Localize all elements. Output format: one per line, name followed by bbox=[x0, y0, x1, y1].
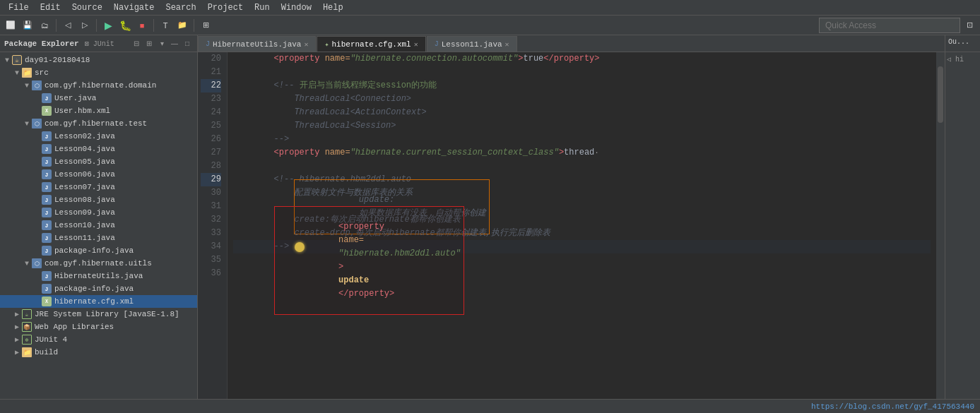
src-expand-icon: ▼ bbox=[13, 68, 21, 77]
lesson05-label: Lesson05.java bbox=[54, 157, 115, 166]
line-num-26: 26 bbox=[201, 133, 221, 146]
tree-lesson07[interactable]: ▶ J Lesson07.java bbox=[0, 181, 197, 193]
tree-hibernate-cfg[interactable]: ▶ X hibernate.cfg.xml bbox=[0, 295, 197, 308]
tab-hibernate-utils[interactable]: J HibernateUtils.java ✕ bbox=[198, 36, 316, 52]
l35-indent bbox=[233, 253, 274, 267]
l22-indent bbox=[233, 79, 274, 92]
tree-lesson10[interactable]: ▶ J Lesson10.java bbox=[0, 219, 197, 232]
tree-hibernate-utils[interactable]: ▶ J HibernateUtils.java bbox=[0, 270, 197, 282]
hibernate-utils-icon: J bbox=[41, 270, 52, 282]
debug-button[interactable]: 🐛 bbox=[117, 18, 133, 33]
code-line-27: <property name= "hibernate.current_sessi… bbox=[233, 146, 931, 160]
tree-user-hbm[interactable]: ▶ X User.hbm.xml bbox=[0, 104, 197, 117]
tree-pkg-domain[interactable]: ▼ ⬡ com.gyf.hibernate.domain bbox=[0, 79, 197, 92]
code-content[interactable]: <property name= "hibernate.connection.au… bbox=[228, 52, 936, 399]
tree-build[interactable]: ▶ 📁 build bbox=[0, 346, 197, 359]
tree-src[interactable]: ▼ 📁 src bbox=[0, 66, 197, 79]
l25-text: ThreadLocal<Session> bbox=[294, 119, 396, 133]
maximize-panel-button[interactable]: □ bbox=[182, 38, 193, 49]
save-button[interactable]: 💾 bbox=[20, 18, 35, 33]
pkg-test-icon: ⬡ bbox=[31, 118, 42, 129]
run-button[interactable]: ▶ bbox=[100, 18, 116, 33]
right-panel-item1[interactable]: ◁ hi bbox=[947, 55, 979, 64]
tree-lesson04[interactable]: ▶ J Lesson04.java bbox=[0, 143, 197, 155]
menu-project[interactable]: Project bbox=[202, 1, 249, 14]
right-panel: Ou... ◁ hi bbox=[945, 35, 980, 399]
pkg-domain-expand: ▼ bbox=[23, 81, 31, 90]
code-line-26: --> bbox=[233, 133, 931, 146]
menu-source[interactable]: Source bbox=[66, 1, 108, 14]
tree-lesson05[interactable]: ▶ J Lesson05.java bbox=[0, 155, 197, 168]
tab-hibernate-cfg[interactable]: ✦ hibernate.cfg.xml ✕ bbox=[317, 36, 425, 52]
tab-close-1[interactable]: ✕ bbox=[304, 40, 308, 49]
minimize-panel-button[interactable]: — bbox=[169, 38, 180, 49]
menu-run[interactable]: Run bbox=[249, 1, 276, 14]
line-num-33: 33 bbox=[201, 227, 221, 240]
perspective-button[interactable]: ⊞ bbox=[198, 18, 213, 33]
tree-webapp[interactable]: ▶ 📦 Web App Libraries bbox=[0, 321, 197, 333]
l24-text: ThreadLocal<ActionContext> bbox=[294, 106, 426, 119]
lesson05-icon: J bbox=[41, 156, 52, 167]
menu-edit[interactable]: Edit bbox=[35, 1, 66, 14]
code-line-20: <property name= "hibernate.connection.au… bbox=[233, 52, 931, 66]
open-type-button[interactable]: T bbox=[158, 18, 173, 33]
tab-close-3[interactable]: ✕ bbox=[505, 40, 509, 49]
tree-lesson11[interactable]: ▶ J Lesson11.java bbox=[0, 232, 197, 244]
tree-pkg-info[interactable]: ▶ J package-info.java bbox=[0, 244, 197, 257]
build-icon: 📁 bbox=[21, 347, 33, 358]
tree-pkg-info2[interactable]: ▶ J package-info.java bbox=[0, 282, 197, 295]
tab-java-icon3: J bbox=[435, 40, 439, 48]
l27-tag-open: <property bbox=[274, 146, 325, 160]
tab-close-2[interactable]: ✕ bbox=[414, 40, 418, 49]
pkg-domain-label: com.gyf.hibernate.domain bbox=[45, 81, 156, 90]
tree-project[interactable]: ▼ ☕ day01-20180418 bbox=[0, 54, 197, 66]
tree-lesson02[interactable]: ▶ J Lesson02.java bbox=[0, 130, 197, 143]
hibernate-cfg-icon: X bbox=[41, 296, 52, 307]
jre-expand: ▶ bbox=[13, 310, 21, 318]
tab-lesson11[interactable]: J Lesson11.java ✕ bbox=[427, 36, 517, 52]
l20-indent bbox=[233, 52, 274, 66]
tree-user-java[interactable]: ▶ J User.java bbox=[0, 92, 197, 104]
tree-pkg-test[interactable]: ▼ ⬡ com.gyf.hibernate.test bbox=[0, 117, 197, 130]
pkg-utils-label: com.gyf.hibernate.uitls bbox=[45, 259, 152, 268]
l26-text: --> bbox=[274, 133, 290, 146]
l20-tag-open: <property bbox=[274, 52, 325, 66]
code-editor[interactable]: 20 21 22 23 24 25 26 27 28 29 30 31 32 3… bbox=[198, 52, 945, 399]
lesson09-icon: J bbox=[41, 207, 52, 218]
link-editor-button[interactable]: ⊞ bbox=[143, 38, 155, 49]
collapse-all-button[interactable]: ⊟ bbox=[131, 38, 142, 49]
panel-menu-button[interactable]: ▾ bbox=[156, 38, 167, 49]
tree-lesson08[interactable]: ▶ J Lesson08.java bbox=[0, 193, 197, 206]
new-button[interactable]: ⬜ bbox=[3, 18, 18, 33]
tree-pkg-utils[interactable]: ▼ ⬡ com.gyf.hibernate.uitls bbox=[0, 257, 197, 270]
tree-junit[interactable]: ▶ ⊕ JUnit 4 bbox=[0, 333, 197, 346]
scrollbar-thumb[interactable] bbox=[938, 66, 943, 123]
menu-search[interactable]: Search bbox=[160, 1, 201, 14]
panel-actions: ⊟ ⊞ ▾ — □ bbox=[131, 38, 193, 49]
line-num-27: 27 bbox=[201, 146, 221, 160]
menu-navigate[interactable]: Navigate bbox=[108, 1, 160, 14]
maximize-button[interactable]: ⊡ bbox=[962, 18, 977, 33]
user-hbm-label: User.hbm.xml bbox=[54, 107, 110, 115]
tree-lesson06[interactable]: ▶ J Lesson06.java bbox=[0, 168, 197, 181]
quick-access-input[interactable] bbox=[819, 18, 960, 33]
l29-indent bbox=[233, 173, 274, 186]
l35-box: <property name= "hibernate.hbm2ddl.auto"… bbox=[274, 206, 464, 315]
l27-str: "hibernate.current_session_context_class… bbox=[350, 146, 559, 160]
menu-help[interactable]: Help bbox=[317, 1, 349, 14]
tree-jre[interactable]: ▶ ☕ JRE System Library [JavaSE-1.8] bbox=[0, 308, 197, 321]
open-resource-button[interactable]: 📁 bbox=[175, 18, 190, 33]
forward-button[interactable]: ▷ bbox=[77, 18, 93, 33]
pkg-info-icon: J bbox=[41, 245, 52, 256]
save-all-button[interactable]: 🗂 bbox=[37, 18, 52, 33]
menu-file[interactable]: File bbox=[3, 1, 35, 14]
l25-indent bbox=[233, 119, 294, 133]
tree-lesson09[interactable]: ▶ J Lesson09.java bbox=[0, 206, 197, 219]
tab-label-2: hibernate.cfg.xml bbox=[332, 40, 411, 49]
vertical-scrollbar[interactable] bbox=[936, 52, 945, 399]
lesson08-label: Lesson08.java bbox=[54, 196, 115, 204]
back-button[interactable]: ◁ bbox=[60, 18, 76, 33]
menu-window[interactable]: Window bbox=[276, 1, 317, 14]
stop-button[interactable]: ■ bbox=[134, 18, 150, 33]
code-line-21 bbox=[233, 66, 931, 79]
